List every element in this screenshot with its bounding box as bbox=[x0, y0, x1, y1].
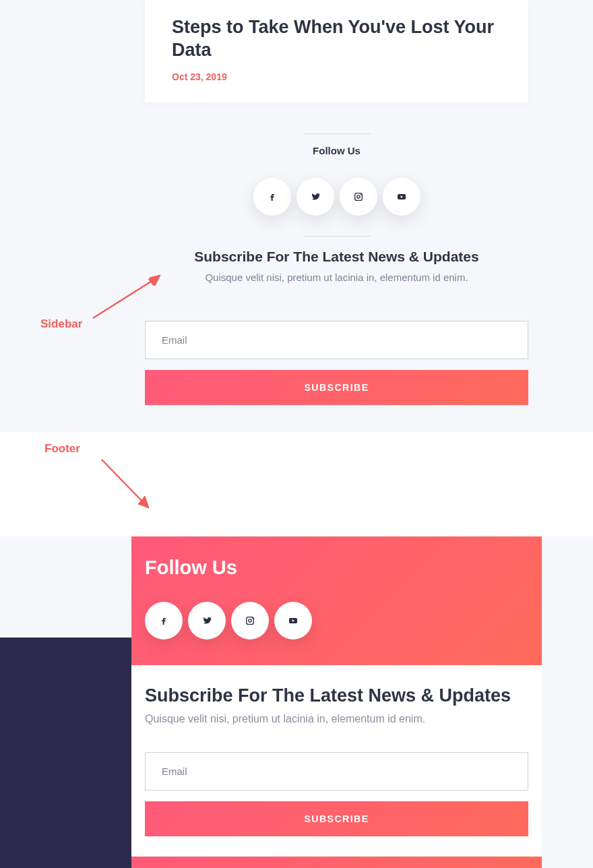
instagram-icon bbox=[245, 615, 255, 626]
svg-line-3 bbox=[102, 460, 145, 504]
article-date: Oct 23, 2019 bbox=[172, 71, 501, 82]
annotation-footer-label: Footer bbox=[44, 442, 80, 456]
footer-subscribe-section: Subscribe For The Latest News & Updates … bbox=[131, 665, 542, 857]
annotation-arrow-sidebar bbox=[88, 270, 165, 323]
footer-stripe bbox=[131, 857, 542, 869]
sidebar-subscribe-text: Quisque velit nisi, pretium ut lacinia i… bbox=[131, 272, 542, 283]
divider bbox=[303, 236, 371, 237]
footer-facebook-button[interactable] bbox=[145, 602, 183, 640]
footer-subscribe-text: Quisque velit nisi, pretium ut lacinia i… bbox=[145, 713, 528, 725]
youtube-icon bbox=[288, 615, 299, 626]
svg-point-12 bbox=[252, 617, 253, 619]
sidebar-subscribe-button[interactable]: SUBSCRIBE bbox=[145, 370, 528, 405]
footer-youtube-button[interactable] bbox=[274, 602, 312, 640]
sidebar-follow-heading: Follow Us bbox=[131, 145, 542, 156]
footer-subscribe-button[interactable]: SUBSCRIBE bbox=[145, 801, 528, 836]
twitter-icon bbox=[201, 615, 212, 626]
facebook-icon bbox=[158, 615, 169, 626]
youtube-button[interactable] bbox=[383, 178, 420, 216]
svg-point-11 bbox=[249, 619, 251, 621]
svg-line-0 bbox=[93, 279, 155, 318]
annotation-arrow-footer bbox=[98, 457, 155, 511]
footer-follow-heading: Follow Us bbox=[145, 557, 528, 579]
youtube-icon bbox=[396, 191, 407, 202]
divider bbox=[303, 133, 371, 134]
sidebar-email-input[interactable] bbox=[145, 321, 528, 359]
instagram-icon bbox=[353, 191, 364, 202]
svg-marker-2 bbox=[150, 275, 160, 286]
twitter-icon bbox=[310, 191, 321, 202]
footer-twitter-button[interactable] bbox=[188, 602, 226, 640]
twitter-button[interactable] bbox=[296, 178, 334, 216]
article-title[interactable]: Steps to Take When You've Lost Your Data bbox=[172, 16, 501, 62]
annotation-sidebar-label: Sidebar bbox=[40, 317, 82, 331]
footer-instagram-button[interactable] bbox=[231, 602, 269, 640]
instagram-button[interactable] bbox=[340, 178, 377, 216]
svg-point-7 bbox=[360, 193, 361, 195]
svg-point-6 bbox=[356, 195, 359, 197]
footer-follow-section: Follow Us bbox=[131, 536, 542, 665]
facebook-icon bbox=[267, 191, 278, 202]
facebook-button[interactable] bbox=[253, 178, 291, 216]
footer-email-input[interactable] bbox=[145, 752, 528, 790]
sidebar-subscribe-heading: Subscribe For The Latest News & Updates bbox=[131, 249, 542, 265]
footer-subscribe-heading: Subscribe For The Latest News & Updates bbox=[145, 685, 528, 706]
article-card: Steps to Take When You've Lost Your Data… bbox=[145, 0, 528, 102]
